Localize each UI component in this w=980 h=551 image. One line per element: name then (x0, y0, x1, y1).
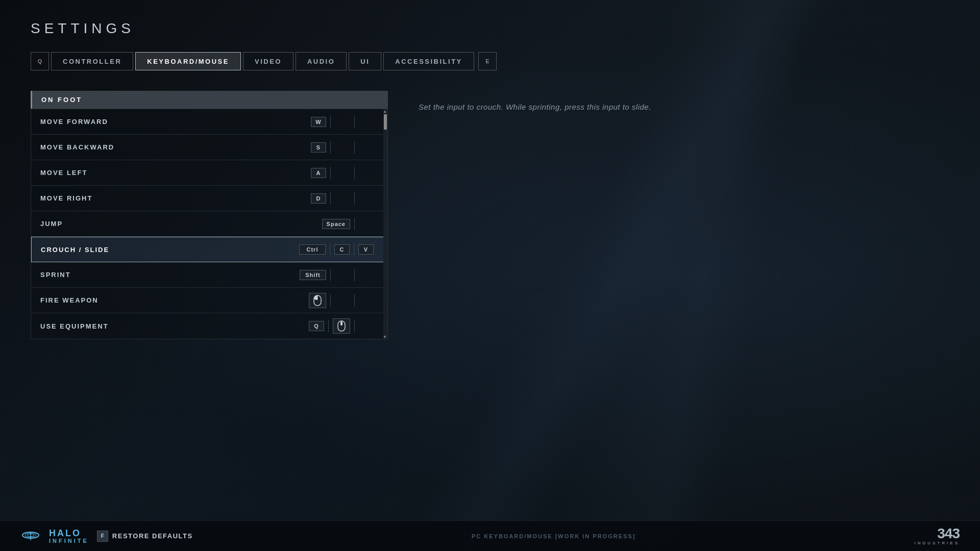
key-slots-move-backward: S (311, 141, 374, 154)
binding-label-sprint: SPRINT (40, 271, 300, 279)
key-slots-use-equipment: Q (309, 318, 374, 334)
binding-row-sprint[interactable]: SPRINT Shift (31, 262, 387, 288)
binding-row-crouch-slide[interactable]: CROUCH / SLIDE Ctrl C V (31, 237, 387, 262)
key-divider (354, 116, 355, 128)
tab-navigation: Q CONTROLLER KEYBOARD/MOUSE VIDEO AUDIO … (31, 52, 949, 70)
halo-logo (20, 526, 41, 546)
binding-label-move-left: MOVE LEFT (40, 169, 311, 177)
key-slots-sprint: Shift (300, 268, 374, 282)
key-empty (359, 268, 374, 282)
studio-sub: INDUSTRIES (915, 541, 960, 545)
binding-label-move-right: MOVE RIGHT (40, 194, 311, 202)
binding-row-move-right[interactable]: MOVE RIGHT D (31, 186, 387, 211)
key-slots-jump: Space (322, 217, 374, 231)
key-badge-mouse-left[interactable] (309, 293, 326, 308)
key-badge-space[interactable]: Space (322, 219, 350, 229)
key-badge-q[interactable]: Q (309, 321, 324, 331)
key-badge-v[interactable]: V (358, 244, 374, 255)
key-empty (335, 166, 350, 180)
key-badge-ctrl[interactable]: Ctrl (299, 244, 326, 255)
binding-label-jump: JUMP (40, 220, 322, 228)
binding-row-jump[interactable]: JUMP Space (31, 211, 387, 237)
key-empty (335, 192, 350, 205)
tab-controller[interactable]: CONTROLLER (51, 52, 133, 70)
restore-defaults-button[interactable]: F Restore Defaults (97, 531, 193, 542)
key-badge-d[interactable]: D (311, 193, 326, 204)
key-empty (359, 294, 374, 307)
tab-accessibility[interactable]: ACCESSIBILITY (383, 52, 474, 70)
key-badge-s[interactable]: S (311, 142, 326, 153)
mouse-left-icon (313, 295, 322, 306)
studio-number: 343 (915, 527, 960, 541)
studio-logo-group: 343 INDUSTRIES (915, 527, 960, 545)
halo-title: HALO (49, 529, 89, 538)
restore-key-badge: F (97, 531, 108, 542)
mouse-middle-icon (337, 320, 346, 332)
bottom-bar: HALO INFINITE F Restore Defaults PC KEYB… (0, 520, 980, 551)
binding-row-use-equipment[interactable]: USE EQUIPMENT Q (31, 313, 387, 339)
key-slots-move-forward: W (311, 115, 374, 129)
restore-label: Restore Defaults (112, 532, 193, 540)
key-divider (354, 294, 355, 307)
key-divider (330, 269, 331, 281)
tab-video[interactable]: VIDEO (243, 52, 293, 70)
key-empty (359, 192, 374, 205)
description-panel: Set the input to crouch. While sprinting… (419, 91, 949, 113)
key-empty (335, 268, 350, 282)
section-header: ON FOOT (31, 91, 388, 109)
key-badge-c[interactable]: C (334, 244, 350, 255)
main-layout: ON FOOT MOVE FORWARD W MOVE BACK (31, 91, 949, 339)
scroll-arrow-down[interactable]: ▼ (383, 335, 387, 339)
key-badge-a[interactable]: A (311, 168, 326, 178)
key-slots-crouch-slide: Ctrl C V (299, 243, 374, 256)
binding-label-move-forward: MOVE FORWARD (40, 118, 311, 126)
key-empty (359, 319, 374, 333)
key-slots-fire-weapon (309, 293, 374, 308)
binding-row-move-left[interactable]: MOVE LEFT A (31, 160, 387, 186)
binding-label-move-backward: MOVE BACKWARD (40, 143, 311, 151)
key-divider (330, 167, 331, 179)
scroll-arrow-up[interactable]: ▲ (383, 109, 387, 113)
bottom-center-text: PC KEYBOARD/MOUSE [WORK IN PROGRESS] (472, 533, 635, 539)
tab-keyboard-mouse[interactable]: KEYBOARD/MOUSE (135, 52, 241, 70)
key-badge-mouse-middle[interactable] (333, 318, 350, 334)
key-divider (330, 116, 331, 128)
halo-ring-icon (20, 526, 41, 546)
key-divider (354, 167, 355, 179)
binding-row-fire-weapon[interactable]: FIRE WEAPON (31, 288, 387, 313)
key-badge-shift[interactable]: Shift (300, 270, 326, 280)
tab-prev-icon[interactable]: Q (31, 52, 49, 70)
page-title: SETTINGS (31, 20, 949, 37)
description-text: Set the input to crouch. While sprinting… (419, 101, 725, 113)
halo-title-group: HALO INFINITE (49, 529, 89, 544)
key-divider (354, 141, 355, 154)
key-divider (354, 218, 355, 230)
key-empty (359, 217, 374, 231)
key-divider (330, 243, 330, 256)
binding-row-move-backward[interactable]: MOVE BACKWARD S (31, 135, 387, 160)
settings-panel: ON FOOT MOVE FORWARD W MOVE BACK (31, 91, 388, 339)
scroll-track[interactable]: ▲ ▼ (383, 109, 387, 339)
key-divider (354, 243, 354, 256)
binding-row-move-forward[interactable]: MOVE FORWARD W (31, 109, 387, 135)
bottom-left-controls: HALO INFINITE F Restore Defaults (20, 526, 193, 546)
binding-label-fire-weapon: FIRE WEAPON (40, 296, 309, 304)
key-divider (330, 141, 331, 154)
bindings-list: MOVE FORWARD W MOVE BACKWARD S (31, 109, 388, 339)
key-divider (354, 192, 355, 205)
tab-ui[interactable]: UI (349, 52, 381, 70)
key-divider (330, 192, 331, 205)
key-badge-w[interactable]: W (311, 117, 326, 127)
tab-next-icon[interactable]: E (478, 52, 497, 70)
scroll-thumb[interactable] (384, 114, 387, 130)
key-divider (328, 320, 329, 332)
key-divider (354, 320, 355, 332)
svg-rect-4 (340, 321, 342, 325)
key-empty (335, 115, 350, 129)
binding-label-use-equipment: USE EQUIPMENT (40, 322, 309, 330)
key-empty (359, 166, 374, 180)
tab-audio[interactable]: AUDIO (296, 52, 347, 70)
key-empty (359, 141, 374, 154)
key-empty (335, 141, 350, 154)
main-content: SETTINGS Q CONTROLLER KEYBOARD/MOUSE VID… (0, 0, 980, 355)
